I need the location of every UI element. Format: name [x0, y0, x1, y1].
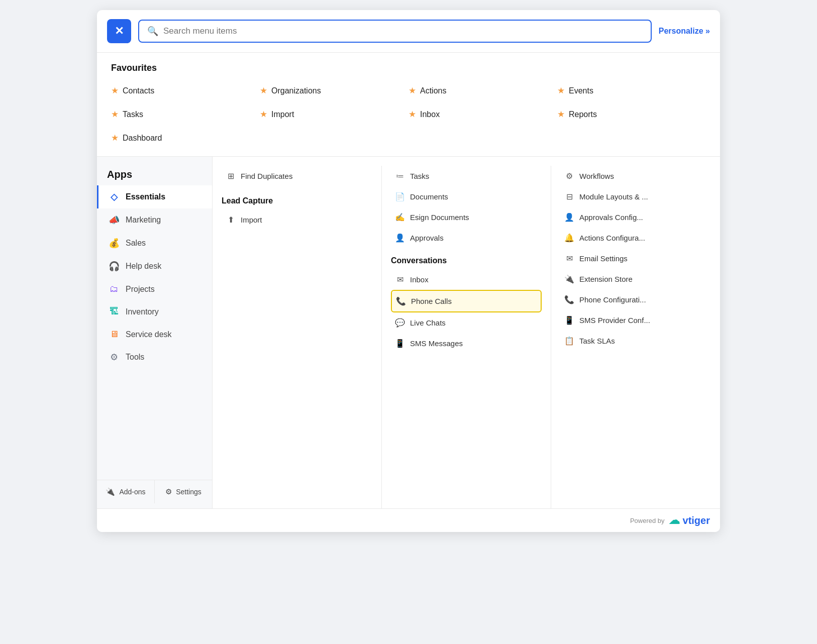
- vtiger-cloud-icon: ☁: [669, 514, 680, 527]
- star-icon: ★: [408, 85, 416, 96]
- sidebar-item-helpdesk[interactable]: 🎧 Help desk: [97, 255, 212, 278]
- menu-item-approvals[interactable]: 👤 Approvals: [391, 228, 542, 248]
- close-button[interactable]: ✕: [107, 19, 131, 43]
- star-icon: ★: [111, 133, 119, 143]
- search-input[interactable]: [163, 26, 643, 36]
- menu-item-import[interactable]: ⬆ Import: [222, 209, 372, 230]
- fav-actions[interactable]: ★ Actions: [408, 81, 557, 100]
- star-icon: ★: [557, 109, 565, 120]
- task-slas-icon: 📋: [564, 336, 574, 346]
- sidebar-item-essentials[interactable]: ◇ Essentials: [97, 185, 212, 208]
- headset-icon: 🎧: [109, 261, 120, 272]
- settings-icon: ⚙: [165, 487, 172, 496]
- live-chats-icon: 💬: [395, 318, 405, 328]
- extension-store-icon: 🔌: [564, 274, 574, 284]
- menu-item-tasks[interactable]: ≔ Tasks: [391, 166, 542, 186]
- sidebar-bottom: 🔌 Add-ons ⚙ Settings: [97, 480, 212, 503]
- import-icon: ⬆: [226, 215, 236, 225]
- money-icon: 💰: [109, 238, 120, 249]
- menu-item-inbox[interactable]: ✉ Inbox: [391, 269, 542, 290]
- fav-tasks[interactable]: ★ Tasks: [111, 105, 260, 124]
- star-icon: ★: [260, 109, 267, 120]
- favourites-title: Favourites: [111, 63, 706, 73]
- lead-capture-section-title: Lead Capture: [222, 196, 372, 205]
- menu-item-task-slas[interactable]: 📋 Task SLAs: [560, 331, 711, 351]
- menu-item-sms-provider[interactable]: 📱 SMS Provider Conf...: [560, 310, 711, 331]
- fav-inbox[interactable]: ★ Inbox: [408, 105, 557, 124]
- module-layouts-icon: ⊟: [564, 192, 574, 201]
- sidebar-item-sales[interactable]: 💰 Sales: [97, 232, 212, 255]
- menu-columns: ⊞ Find Duplicates Lead Capture ⬆ Import …: [213, 157, 720, 508]
- email-settings-icon: ✉: [564, 254, 574, 263]
- favourites-grid: ★ Contacts ★ Organizations ★ Actions ★ E…: [111, 81, 706, 147]
- approvals-config-icon: 👤: [564, 212, 574, 222]
- sidebar: Apps ◇ Essentials 📣 Marketing 💰 Sales 🎧 …: [97, 157, 213, 508]
- personalize-button[interactable]: Personalize »: [659, 27, 710, 36]
- sms-icon: 📱: [395, 339, 405, 348]
- search-icon: 🔍: [147, 26, 158, 37]
- addons-icon: 🔌: [106, 487, 115, 496]
- actions-config-icon: 🔔: [564, 233, 574, 243]
- sidebar-item-servicedesk[interactable]: 🖥 Service desk: [97, 323, 212, 346]
- menu-item-email-settings[interactable]: ✉ Email Settings: [560, 248, 711, 269]
- star-icon: ★: [111, 85, 119, 96]
- star-icon: ★: [408, 109, 416, 120]
- diamond-icon: ◇: [109, 191, 120, 202]
- star-icon: ★: [557, 85, 565, 96]
- favourites-section: Favourites ★ Contacts ★ Organizations ★ …: [97, 53, 720, 157]
- menu-item-phone-config[interactable]: 📞 Phone Configurati...: [560, 289, 711, 310]
- monitor-icon: 🖥: [109, 329, 120, 340]
- menu-col-1: ⊞ Find Duplicates Lead Capture ⬆ Import: [213, 166, 382, 508]
- menu-container: ✕ 🔍 Personalize » Favourites ★ Contacts …: [97, 10, 720, 532]
- phone-calls-icon: 📞: [396, 296, 406, 306]
- fav-import[interactable]: ★ Import: [260, 105, 408, 124]
- star-icon: ★: [260, 85, 267, 96]
- duplicate-icon: ⊞: [226, 171, 236, 181]
- menu-item-documents[interactable]: 📄 Documents: [391, 186, 542, 207]
- fav-events[interactable]: ★ Events: [557, 81, 706, 100]
- menu-item-live-chats[interactable]: 💬 Live Chats: [391, 312, 542, 333]
- megaphone-icon: 📣: [109, 214, 120, 226]
- vtiger-logo: ☁ vtiger: [669, 514, 710, 527]
- phone-config-icon: 📞: [564, 295, 574, 304]
- approvals-icon: 👤: [395, 233, 405, 243]
- workflows-icon: ⚙: [564, 171, 574, 181]
- menu-item-esign[interactable]: ✍ Esign Documents: [391, 207, 542, 228]
- menu-item-actions-config[interactable]: 🔔 Actions Configura...: [560, 228, 711, 248]
- sidebar-title: Apps: [97, 162, 212, 185]
- sidebar-item-inventory[interactable]: 🏗 Inventory: [97, 300, 212, 323]
- menu-header: ✕ 🔍 Personalize »: [97, 10, 720, 53]
- fav-contacts[interactable]: ★ Contacts: [111, 81, 260, 100]
- tasks-icon: ≔: [395, 171, 405, 181]
- inbox-icon: ✉: [395, 275, 405, 284]
- tools-icon: ⚙: [109, 352, 120, 363]
- search-box: 🔍: [138, 20, 652, 43]
- addons-button[interactable]: 🔌 Add-ons: [97, 480, 155, 503]
- menu-col-3: ⚙ Workflows ⊟ Module Layouts & ... 👤 App…: [551, 166, 720, 508]
- sidebar-item-projects[interactable]: 🗂 Projects: [97, 278, 212, 300]
- document-icon: 📄: [395, 192, 405, 201]
- main-content: Apps ◇ Essentials 📣 Marketing 💰 Sales 🎧 …: [97, 157, 720, 508]
- fav-dashboard[interactable]: ★ Dashboard: [111, 129, 260, 147]
- menu-col-2: ≔ Tasks 📄 Documents ✍ Esign Documents 👤 …: [382, 166, 551, 508]
- sms-provider-icon: 📱: [564, 315, 574, 325]
- esign-icon: ✍: [395, 212, 405, 222]
- menu-item-phone-calls[interactable]: 📞 Phone Calls: [391, 290, 542, 312]
- menu-item-workflows[interactable]: ⚙ Workflows: [560, 166, 711, 186]
- conversations-section-title: Conversations: [391, 256, 542, 265]
- powered-by-text: Powered by: [630, 517, 665, 524]
- menu-item-module-layouts[interactable]: ⊟ Module Layouts & ...: [560, 186, 711, 207]
- menu-item-sms-messages[interactable]: 📱 SMS Messages: [391, 333, 542, 354]
- fav-reports[interactable]: ★ Reports: [557, 105, 706, 124]
- star-icon: ★: [111, 109, 119, 120]
- settings-button[interactable]: ⚙ Settings: [155, 480, 212, 503]
- menu-footer: Powered by ☁ vtiger: [97, 508, 720, 532]
- menu-item-extension-store[interactable]: 🔌 Extension Store: [560, 269, 711, 289]
- inventory-icon: 🏗: [109, 306, 120, 317]
- sidebar-item-tools[interactable]: ⚙ Tools: [97, 346, 212, 369]
- menu-item-find-duplicates[interactable]: ⊞ Find Duplicates: [222, 166, 372, 186]
- fav-organizations[interactable]: ★ Organizations: [260, 81, 408, 100]
- folder-icon: 🗂: [109, 284, 120, 294]
- menu-item-approvals-config[interactable]: 👤 Approvals Config...: [560, 207, 711, 228]
- sidebar-item-marketing[interactable]: 📣 Marketing: [97, 208, 212, 232]
